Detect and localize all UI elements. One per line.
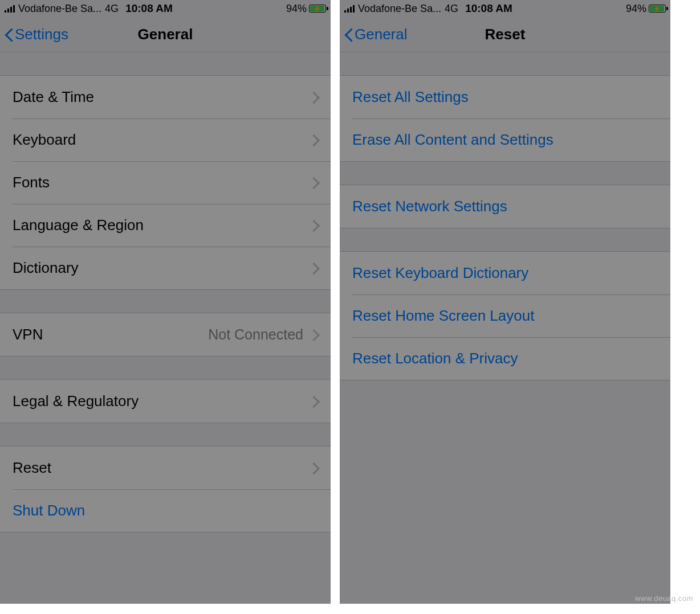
row-label: Erase All Content and Settings [352,131,658,149]
row-fonts[interactable]: Fonts [0,161,331,204]
back-label: General [355,26,408,43]
row-group: Reset All SettingsErase All Content and … [340,75,670,162]
chevron-left-icon [5,27,14,43]
row-vpn[interactable]: VPNNot Connected [0,313,331,356]
chevron-right-icon [311,462,318,474]
row-label: Date & Time [13,88,311,106]
row-group: ResetShut Down [0,446,331,533]
chevron-right-icon [311,177,318,189]
row-label: Legal & Regulatory [13,392,311,410]
row-erase-all[interactable]: Erase All Content and Settings [340,118,670,161]
status-time: 10:08 AM [125,2,173,15]
row-value: Not Connected [208,326,303,343]
row-group: Reset Keyboard DictionaryReset Home Scre… [340,251,670,380]
row-group: Reset Network Settings [340,185,670,228]
back-label: Settings [15,26,68,43]
row-label: Reset Location & Privacy [352,350,658,367]
chevron-left-icon [344,27,353,43]
row-label: Reset [13,459,311,477]
signal-icon [5,5,15,13]
screenshot-gap [331,0,340,604]
chevron-right-icon [311,329,318,341]
page-padding [0,604,700,614]
row-shut-down[interactable]: Shut Down [0,489,331,532]
row-reset[interactable]: Reset [0,447,331,489]
page-padding [670,0,700,614]
nav-bar: GeneralReset [340,17,670,52]
row-language-region[interactable]: Language & Region [0,204,331,247]
nav-bar: SettingsGeneral [0,17,331,52]
network-label: 4G [105,3,119,15]
row-label: VPN [13,326,208,343]
row-group: Date & TimeKeyboardFontsLanguage & Regio… [0,75,331,290]
signal-icon [344,5,355,13]
chevron-right-icon [311,262,318,275]
row-label: Reset All Settings [352,88,658,106]
row-label: Reset Network Settings [352,198,658,215]
section-gap [0,290,331,313]
section-gap [0,52,331,75]
row-label: Language & Region [13,216,311,234]
row-label: Shut Down [13,502,318,519]
row-reset-all-settings[interactable]: Reset All Settings [340,76,670,118]
row-label: Keyboard [13,131,311,149]
chevron-right-icon [311,91,318,104]
right-screenshot: Vodafone-Be Sa...4G10:08 AM94%⚡GeneralRe… [340,0,670,604]
status-time: 10:08 AM [465,2,512,15]
row-group: Legal & Regulatory [0,379,331,423]
row-reset-home-layout[interactable]: Reset Home Screen Layout [340,294,670,337]
row-label: Dictionary [13,259,311,277]
row-reset-location-privacy[interactable]: Reset Location & Privacy [340,337,670,380]
network-label: 4G [445,3,458,15]
row-keyboard[interactable]: Keyboard [0,118,331,161]
row-date-time[interactable]: Date & Time [0,76,331,118]
back-to-settings[interactable]: Settings [5,26,68,43]
battery-icon: ⚡ [649,5,666,13]
status-bar: Vodafone-Be Sa...4G10:08 AM94%⚡ [0,0,331,17]
section-gap [340,162,670,185]
nav-title: General [138,26,193,43]
back-to-general[interactable]: General [344,26,408,43]
section-gap [340,52,670,75]
battery-icon: ⚡ [309,5,326,13]
row-label: Fonts [13,174,311,191]
watermark: www.deuaq.com [635,594,693,603]
row-label: Reset Keyboard Dictionary [352,264,658,282]
row-label: Reset Home Screen Layout [352,307,658,325]
chevron-right-icon [311,219,318,232]
section-gap [340,228,670,251]
battery-percent: 94% [286,3,307,15]
row-reset-keyboard-dict[interactable]: Reset Keyboard Dictionary [340,252,670,294]
chevron-right-icon [311,395,318,408]
chevron-right-icon [311,134,318,146]
section-gap [0,423,331,446]
battery-percent: 94% [626,3,646,15]
section-gap [0,357,331,379]
row-legal-regulatory[interactable]: Legal & Regulatory [0,380,331,423]
row-reset-network[interactable]: Reset Network Settings [340,185,670,228]
row-dictionary[interactable]: Dictionary [0,247,331,289]
carrier-label: Vodafone-Be Sa... [358,3,441,15]
left-screenshot: Vodafone-Be Sa...4G10:08 AM94%⚡SettingsG… [0,0,331,604]
carrier-label: Vodafone-Be Sa... [18,3,101,15]
nav-title: Reset [485,26,526,43]
status-bar: Vodafone-Be Sa...4G10:08 AM94%⚡ [340,0,670,17]
row-group: VPNNot Connected [0,313,331,357]
